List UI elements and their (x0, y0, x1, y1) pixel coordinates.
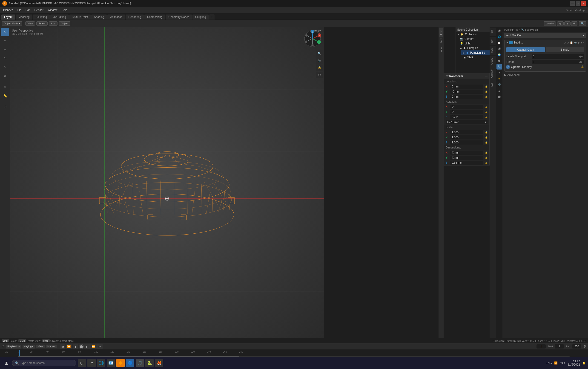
scale-z-value[interactable]: 1.000 (450, 140, 483, 144)
modifier-icon-down[interactable]: ▾ (581, 41, 582, 44)
tab-texture-paint[interactable]: Texture Paint (69, 14, 91, 20)
taskbar-clock[interactable]: 21:22 11/6/2022 (568, 360, 580, 366)
sidebar-tab-item[interactable]: Item (439, 28, 443, 37)
menu-help[interactable]: Help (59, 8, 69, 12)
step-fwd-btn[interactable]: ⏩ (90, 344, 97, 349)
rotation-mode-dropdown[interactable]: XYZ Euler ▾ (446, 120, 488, 124)
levels-viewport-value[interactable]: 1 ◀▶ (532, 54, 584, 59)
view-menu-timeline[interactable]: View (36, 345, 45, 348)
tab-layout[interactable]: Layout (1, 14, 15, 20)
viewport-shading-btn[interactable]: ◎ (557, 21, 564, 26)
optimal-display-checkbox[interactable]: ✓ (506, 65, 510, 69)
menu-window[interactable]: Window (46, 8, 59, 12)
add-menu[interactable]: Add (49, 21, 58, 26)
object-menu[interactable]: Object (59, 21, 70, 26)
select-menu[interactable]: Select (36, 21, 48, 26)
taskbar-app-blender[interactable]: 🔶 (116, 359, 125, 367)
props-render-btn[interactable]: 🎬 (497, 28, 502, 34)
stop-btn[interactable]: ⬤ (79, 344, 84, 349)
tab-compositing[interactable]: Compositing (144, 14, 165, 20)
viewport[interactable]: User Perspective (1) Collection | Pumpki… (10, 27, 324, 338)
props-particles-btn[interactable]: ✦ (497, 70, 502, 75)
navigation-gizmo[interactable]: X Y Z -X -Y -Z (303, 30, 322, 48)
props-viewlayer-btn[interactable]: 📋 (497, 40, 502, 46)
rotation-y-value[interactable]: 0° (450, 110, 483, 114)
taskbar-wifi[interactable]: 📶 (554, 361, 558, 365)
location-y-value[interactable]: -0 mm (450, 90, 483, 94)
collection-button[interactable]: ⬡ (316, 72, 323, 78)
modifier-expand[interactable]: ▼ (506, 41, 509, 44)
modifier-enable-checkbox[interactable]: ✓ (509, 41, 513, 44)
timeline-scrollbar-thumb[interactable] (18, 356, 239, 357)
marker-menu[interactable]: Marker (46, 345, 57, 348)
task-view-button[interactable]: ⬡ (78, 359, 86, 367)
taskbar-search[interactable]: 🔍 Type here to search (12, 360, 76, 366)
tab-shading[interactable]: Shading (91, 14, 107, 20)
props-modifier-btn active[interactable]: 🔧 (497, 64, 502, 70)
start-frame-field[interactable]: 1 (555, 344, 564, 348)
menu-blender[interactable]: Blender (1, 8, 14, 12)
taskbar-battery[interactable]: 59% (560, 361, 566, 365)
taskbar-app-edge[interactable]: 🌐 (97, 359, 105, 367)
modifier-icon-4[interactable]: 📷 (574, 41, 577, 44)
taskbar-app-1[interactable]: 🔵 (126, 359, 134, 367)
modifier-icon-3[interactable]: 📋 (570, 41, 573, 44)
end-frame-field[interactable]: 250 (572, 344, 581, 348)
tool-add[interactable]: ⬡ (1, 103, 9, 111)
timeline-track[interactable]: -20 1 20 40 60 80 100 120 140 160 180 20… (0, 349, 588, 357)
rotation-x-value[interactable]: 0° (450, 105, 483, 109)
props-world-btn[interactable]: 🌍 (497, 52, 502, 58)
lock-rot-z[interactable]: 🔒 (485, 116, 488, 118)
tool-measure[interactable]: 📏 (1, 92, 9, 100)
view-menu[interactable]: View (25, 21, 35, 26)
lock-y[interactable]: 🔒 (485, 91, 488, 93)
close-button[interactable]: × (581, 1, 586, 6)
taskbar-app-3[interactable]: 🐍 (145, 359, 154, 367)
ctx-tab-create[interactable]: Create (490, 55, 496, 67)
tab-rendering[interactable]: Rendering (126, 14, 144, 20)
lock-dim-y[interactable]: 🔒 (485, 156, 488, 159)
sidebar-tab-tool[interactable]: Tool (439, 37, 443, 45)
tool-scale[interactable]: ⤡ (1, 63, 9, 71)
tab-geometry-nodes[interactable]: Geometry Nodes (166, 14, 192, 20)
tool-move[interactable]: ✛ (1, 46, 9, 54)
ctx-tab-animate[interactable]: Animate (490, 67, 496, 80)
timeline-scrollbar[interactable] (18, 356, 570, 357)
transform-collapse[interactable]: ▼ (446, 75, 448, 78)
step-back-btn[interactable]: ⏪ (66, 344, 72, 349)
current-frame-field[interactable]: 1 (537, 344, 546, 348)
props-object-btn[interactable]: ⬟ (497, 58, 502, 63)
scale-y-value[interactable]: 1.000 (450, 135, 483, 140)
tool-select[interactable]: ↖ (1, 28, 9, 36)
menu-file[interactable]: File (15, 8, 23, 12)
props-data-btn[interactable]: ▲ (497, 88, 502, 93)
modifier-icon-1[interactable]: ⬡ (564, 41, 566, 44)
taskbar-app-4[interactable]: 🦊 (155, 359, 163, 367)
search-button[interactable]: 🔍 (579, 21, 586, 26)
props-material-btn[interactable]: ⬤ (497, 94, 502, 99)
props-scene-btn[interactable]: 🎬 (497, 46, 502, 51)
props-output-btn[interactable]: 🌐 (497, 34, 502, 40)
optimal-display-lock[interactable]: 🔒 (581, 65, 584, 68)
tool-annotate[interactable]: ✏ (1, 83, 9, 91)
tab-animation[interactable]: Animation (108, 14, 125, 20)
ctx-tab-item[interactable]: Item (490, 27, 496, 36)
dim-y-value[interactable]: 43 mm (450, 156, 483, 160)
simple-button[interactable]: Simple (546, 47, 584, 52)
lock-scale-z[interactable]: 🔒 (485, 141, 488, 144)
add-modifier-button[interactable]: Add Modifier ▾ (504, 33, 586, 38)
lock-x[interactable]: 🔒 (485, 85, 488, 88)
menu-edit[interactable]: Edit (24, 8, 32, 12)
lock-z[interactable]: 🔒 (485, 95, 488, 98)
lock-scale-y[interactable]: 🔒 (485, 136, 488, 139)
local-view-dropdown[interactable]: Local ▾ (544, 21, 556, 26)
tab-sculpting[interactable]: Sculpting (33, 14, 50, 20)
transform-minimize[interactable]: — (485, 75, 488, 78)
play-back-btn[interactable]: ⏴ (73, 344, 78, 349)
props-constraint-btn[interactable]: 🔗 (497, 82, 502, 87)
taskbar-notifications[interactable]: 🔔 (582, 361, 586, 365)
zoom-in-button[interactable]: 🔍 (316, 50, 323, 57)
ctx-tab-view[interactable]: View (490, 46, 496, 55)
lock-dim-x[interactable]: 🔒 (485, 152, 488, 154)
start-button[interactable]: ⊞ (2, 359, 10, 367)
